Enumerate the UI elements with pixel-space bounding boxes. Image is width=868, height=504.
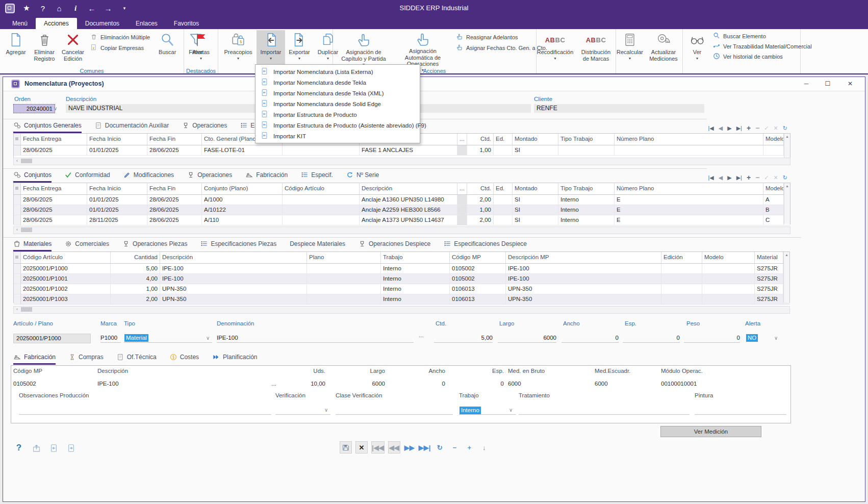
table-row[interactable]: 20250001/P10014,00IPE-100Interno0105002I… (14, 274, 789, 284)
column-header[interactable]: Uds. (284, 368, 327, 374)
grid-cell[interactable] (661, 284, 702, 294)
refresh-record-icon[interactable]: ↻ (783, 125, 787, 132)
select-all-cell[interactable] (14, 134, 21, 145)
grid-cell[interactable]: SI (513, 205, 558, 215)
last-icon[interactable]: ▶▶| (419, 442, 431, 453)
column-header[interactable]: Ed. (494, 183, 513, 194)
grid-cell[interactable]: 00100010001 (659, 381, 781, 387)
column-header[interactable]: Código MP (450, 252, 506, 263)
grid-cell[interactable]: SI (513, 145, 558, 155)
tab-operaciones[interactable]: Operaciones (182, 122, 227, 133)
grid-cell[interactable]: S275JR (755, 294, 783, 304)
grid-cell[interactable]: UPN-350 (506, 284, 661, 294)
orden-dropdown-icon[interactable]: ∨ (54, 106, 57, 111)
remove-record-icon[interactable]: − (755, 124, 759, 132)
grid-cell[interactable]: 20250001/P1001 (21, 274, 111, 284)
tab-n-serie[interactable]: Nº Serie (346, 171, 379, 183)
export-file-icon[interactable] (65, 442, 76, 453)
cancel-record-icon[interactable]: ✕ (774, 174, 778, 181)
cancel-icon[interactable]: ✕ (355, 441, 368, 453)
grid-cell[interactable]: Interno (558, 215, 615, 225)
grid-cell[interactable]: SI (513, 215, 558, 225)
search-button[interactable]: Buscar (153, 30, 182, 67)
grid-cell[interactable] (307, 284, 381, 294)
maximize-button[interactable]: ☐ (820, 79, 835, 89)
grid-cell[interactable] (558, 145, 615, 155)
menu-tab-menu[interactable]: Menú (4, 18, 36, 29)
chapter-assignment-button[interactable]: Asignación de Capítulo y Partida▾ (335, 30, 393, 67)
pintura-field[interactable] (695, 405, 786, 415)
grid-cell[interactable]: 0105002 (11, 381, 95, 387)
grid-cell[interactable]: 0105002 (450, 274, 506, 284)
grid-cell[interactable] (702, 274, 755, 284)
menu-item[interactable]: Importar Nomenclatura (Lista Externa) (256, 66, 420, 77)
denominacion-field[interactable]: IPE-100 (217, 333, 414, 343)
row-selector[interactable] (14, 205, 21, 215)
column-header[interactable]: Fecha Fin (147, 183, 202, 194)
trabajo-dropdown-icon[interactable]: ∨ (509, 407, 513, 413)
column-header[interactable]: Esp. (447, 368, 506, 374)
refresh-record-icon[interactable]: ↻ (783, 174, 787, 181)
verificacion-field[interactable] (275, 405, 330, 415)
grid-cell[interactable]: IPE-100 (160, 264, 307, 273)
column-header[interactable]: ... (457, 183, 467, 194)
column-header[interactable] (264, 368, 284, 374)
tab-modificaciones[interactable]: Modificaciones (123, 171, 174, 183)
grid-cell[interactable]: Anclaje A1360 UPN350 L14980 (360, 195, 457, 205)
grid-cell[interactable]: 28/06/2025 (147, 145, 202, 155)
grid-cell[interactable]: 0 (447, 381, 506, 387)
grid-cell[interactable]: Interno (381, 284, 450, 294)
grid-cell[interactable]: SI (513, 195, 558, 205)
alerts-button[interactable]: Alertas▾ (187, 30, 215, 67)
assign-dates-button[interactable]: Asignar Fechas Cto. Gen. a Cto. (456, 44, 547, 52)
help-icon[interactable]: ? (13, 442, 24, 453)
vertical-scrollbar[interactable]: ▲ (783, 252, 789, 303)
menu-item[interactable]: Importar Estructura de Producto (256, 109, 420, 120)
export-button[interactable]: Exportar▾ (285, 30, 314, 67)
next-icon[interactable]: ▶▶ (404, 442, 415, 453)
accept-record-icon[interactable]: ✓ (764, 174, 769, 181)
grid-cell[interactable]: 20250001/P1003 (21, 294, 111, 304)
grid-cell[interactable]: 2,00 (111, 294, 160, 304)
grid-cell[interactable] (307, 264, 381, 273)
grid-cell[interactable]: 6000 (506, 381, 593, 387)
menu-item[interactable]: Importar Nomenclatura desde Solid Edge (256, 98, 420, 109)
add-record-icon[interactable]: + (747, 124, 751, 132)
traceability-button[interactable]: Ver Trazabilidad Material/Comercial (713, 42, 812, 51)
tab-operaciones-piezas[interactable]: Operaciones Piezas (122, 240, 187, 251)
table-row[interactable]: 20250001/P10032,00UPN-350Interno0106013U… (14, 294, 789, 305)
row-selector[interactable] (14, 274, 21, 284)
preacopios-button[interactable]: Preacopios▾ (220, 30, 257, 67)
grid-cell[interactable]: 20250001/P1000 (21, 264, 111, 273)
first-icon[interactable]: |◀◀ (371, 441, 385, 453)
tab-despiece-materiales[interactable]: Despiece Materiales (290, 240, 345, 251)
grid-cell[interactable]: 28/06/2025 (147, 205, 202, 215)
save-icon[interactable] (340, 441, 352, 453)
grid-cell[interactable]: Interno (558, 195, 615, 205)
grid-cell[interactable]: 28/06/2025 (21, 205, 87, 215)
orden-field[interactable]: 20240001 (13, 104, 55, 113)
update-measurements-button[interactable]: Actualizar Mediciones (644, 30, 683, 67)
cliente-field[interactable]: RENFE (534, 104, 704, 113)
column-header[interactable]: Modelo (702, 252, 755, 263)
column-header[interactable]: Código MP (11, 368, 95, 374)
marca-field[interactable]: P1000 (100, 333, 121, 343)
grid-cell[interactable]: FASE 1 ANCLAJES (360, 145, 457, 155)
tab-operaciones-despiece[interactable]: Operaciones Despiece (359, 240, 430, 251)
cancel-edit-button[interactable]: Cancelar Edición (59, 30, 87, 67)
grid-cell[interactable]: Anclaje A2259 HEB300 L8566 (360, 205, 457, 215)
table-row[interactable]: 28/06/202501/01/202528/06/2025FASE-LOTE-… (14, 145, 790, 156)
close-button[interactable]: ✕ (843, 79, 858, 89)
select-all-cell[interactable] (14, 183, 21, 194)
column-header[interactable]: Largo (327, 368, 387, 374)
grid-cell[interactable] (702, 264, 755, 273)
tab-conjuntos-generales[interactable]: Conjuntos Generales (13, 121, 82, 133)
grid-cell[interactable]: 1,00 (111, 284, 160, 294)
grid-cell[interactable]: A (763, 195, 784, 205)
column-header[interactable]: Ancho (387, 368, 447, 374)
change-history-button[interactable]: Ver historial de cambios (713, 53, 812, 61)
column-header[interactable]: Montado (513, 134, 558, 145)
row-selector[interactable] (14, 145, 21, 155)
grid-cell[interactable]: 10,00 (284, 381, 327, 387)
grid-cell[interactable]: Interno (558, 205, 615, 215)
